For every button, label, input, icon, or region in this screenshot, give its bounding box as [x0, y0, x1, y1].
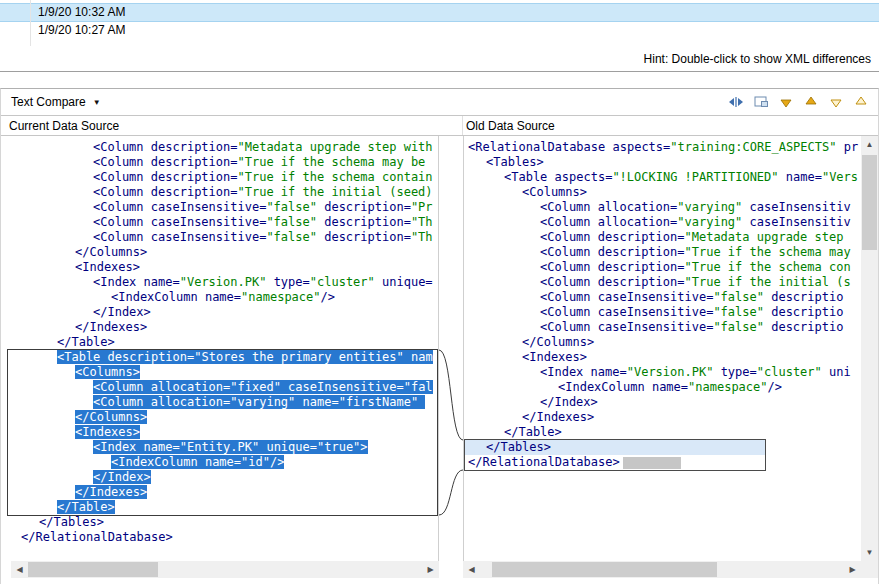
right-horizontal-scrollbar[interactable]: ◀ ▶: [463, 561, 861, 578]
code-line[interactable]: <Column description="True if the schema …: [21, 155, 438, 170]
code-line[interactable]: <Index name="Version.PK" type="cluster" …: [468, 365, 861, 380]
code-line[interactable]: <Column description="True if the schema …: [468, 260, 861, 275]
code-line[interactable]: </Columns>: [21, 410, 438, 425]
code-line[interactable]: <Column allocation="varying" name="first…: [21, 395, 438, 410]
scroll-left-arrow[interactable]: ◀: [11, 561, 28, 578]
code-line[interactable]: <Column allocation="fixed" caseInsensiti…: [21, 380, 438, 395]
previous-difference-icon: [803, 94, 819, 110]
next-difference-button[interactable]: [775, 91, 797, 113]
code-line[interactable]: </Columns>: [468, 335, 861, 350]
code-line[interactable]: <Column description="True if the initial…: [21, 185, 438, 200]
chevron-down-icon: ▼: [93, 98, 101, 107]
previous-change-icon: [853, 94, 869, 110]
left-hscroll-track[interactable]: [28, 561, 422, 578]
copy-changes-button[interactable]: [750, 91, 772, 113]
code-line[interactable]: </Indexes>: [468, 410, 861, 425]
previous-difference-button[interactable]: [800, 91, 822, 113]
code-line[interactable]: </Tables>: [468, 440, 861, 455]
code-line[interactable]: <Column caseInsensitive="false" descript…: [21, 230, 438, 245]
diff-connector-gutter: [439, 136, 463, 561]
vertical-scrollbar[interactable]: ▲ ▼: [861, 136, 878, 561]
code-line[interactable]: <Column allocation="varying" caseInsensi…: [468, 200, 861, 215]
code-line[interactable]: </RelationalDatabase>: [21, 530, 438, 545]
code-line[interactable]: <Table description="Stores the primary e…: [21, 350, 438, 365]
compare-mode-label: Text Compare: [11, 95, 86, 109]
code-line[interactable]: </Index>: [21, 305, 438, 320]
code-line[interactable]: <IndexColumn name="namespace"/>: [468, 380, 861, 395]
code-line[interactable]: <Column caseInsensitive="false" descript…: [21, 200, 438, 215]
code-line[interactable]: </Index>: [468, 395, 861, 410]
code-line[interactable]: <Columns>: [468, 185, 861, 200]
code-line[interactable]: <Column description="True if the schema …: [21, 170, 438, 185]
code-line[interactable]: <Indexes>: [468, 350, 861, 365]
code-line[interactable]: <IndexColumn name="id"/>: [21, 455, 438, 470]
next-change-button[interactable]: [825, 91, 847, 113]
left-code-lines: <Column description="Metadata upgrade st…: [21, 140, 438, 545]
code-line[interactable]: <IndexColumn name="namespace"/>: [21, 290, 438, 305]
swap-panes-button[interactable]: [725, 91, 747, 113]
left-hscroll-thumb[interactable]: [28, 562, 158, 577]
scroll-left-arrow[interactable]: ◀: [463, 561, 480, 578]
code-line[interactable]: </Tables>: [21, 515, 438, 530]
history-list: 1/9/20 10:32 AM 1/9/20 10:27 AM: [0, 0, 879, 46]
scrollbar-corner: [861, 561, 878, 578]
history-row[interactable]: 1/9/20 10:32 AM: [0, 3, 879, 22]
code-line[interactable]: <Indexes>: [21, 425, 438, 440]
next-change-icon: [828, 94, 844, 110]
code-line[interactable]: <Columns>: [21, 365, 438, 380]
code-line[interactable]: <Table aspects="!LOCKING !PARTITIONED" n…: [468, 170, 861, 185]
code-line[interactable]: <Column description="True if the schema …: [468, 245, 861, 260]
compare-toolbar-icons: [725, 91, 872, 113]
code-line[interactable]: </Table>: [21, 335, 438, 350]
right-code-pane[interactable]: <RelationalDatabase aspects="training:CO…: [463, 136, 861, 561]
vertical-scroll-thumb[interactable]: [862, 155, 877, 250]
code-line[interactable]: </Indexes>: [21, 320, 438, 335]
history-timestamp: 1/9/20 10:32 AM: [38, 5, 125, 19]
code-line[interactable]: <Column allocation="varying" caseInsensi…: [468, 215, 861, 230]
scroll-right-arrow[interactable]: ▶: [844, 561, 861, 578]
history-timestamp: 1/9/20 10:27 AM: [38, 23, 125, 37]
code-line[interactable]: </Table>: [21, 500, 438, 515]
code-line[interactable]: </Columns>: [21, 245, 438, 260]
code-line[interactable]: <Column caseInsensitive="false" descript…: [468, 320, 861, 335]
compare-window: 1/9/20 10:32 AM 1/9/20 10:27 AM Hint: Do…: [0, 0, 879, 584]
code-line[interactable]: <Column caseInsensitive="false" descript…: [21, 215, 438, 230]
right-hscroll-thumb[interactable]: [492, 562, 717, 577]
compare-toolbar: Text Compare ▼: [1, 89, 878, 115]
code-line[interactable]: <Index name="Entity.PK" unique="true">: [21, 440, 438, 455]
hint-text: Hint: Double-click to show XML differenc…: [644, 52, 871, 66]
next-difference-icon: [778, 94, 794, 110]
swap-panes-icon: [728, 94, 744, 110]
code-line[interactable]: </Index>: [21, 470, 438, 485]
compare-mode-dropdown[interactable]: Text Compare ▼: [11, 95, 101, 109]
code-line[interactable]: </RelationalDatabase>: [468, 455, 861, 470]
spacer: [1, 578, 878, 584]
spacer: [439, 561, 463, 578]
left-code-pane[interactable]: <Column description="Metadata upgrade st…: [1, 136, 439, 561]
code-line[interactable]: <Tables>: [468, 155, 861, 170]
diff-connector-lines: [439, 136, 463, 561]
code-line[interactable]: <Index name="Version.PK" type="cluster" …: [21, 275, 438, 290]
code-line[interactable]: <Column description="True if the initial…: [468, 275, 861, 290]
scroll-up-arrow[interactable]: ▲: [861, 136, 878, 153]
code-line[interactable]: </Table>: [468, 425, 861, 440]
code-line[interactable]: <Column caseInsensitive="false" descript…: [468, 305, 861, 320]
code-line[interactable]: <Column description="Metadata upgrade st…: [21, 140, 438, 155]
pane-headers: Current Data Source Old Data Source: [1, 115, 878, 136]
scroll-right-arrow[interactable]: ▶: [422, 561, 439, 578]
code-line[interactable]: <Column description="Metadata upgrade st…: [468, 230, 861, 245]
previous-change-button[interactable]: [850, 91, 872, 113]
horizontal-scrollbars: ◀ ▶ ◀ ▶: [1, 561, 878, 578]
diff-placeholder-block: [623, 457, 681, 469]
vertical-scroll-track[interactable]: [861, 153, 878, 544]
code-line[interactable]: <RelationalDatabase aspects="training:CO…: [468, 140, 861, 155]
code-line[interactable]: <Column caseInsensitive="false" descript…: [468, 290, 861, 305]
code-line[interactable]: </Indexes>: [21, 485, 438, 500]
code-line[interactable]: <Indexes>: [21, 260, 438, 275]
right-hscroll-track[interactable]: [480, 561, 844, 578]
scroll-down-arrow[interactable]: ▼: [861, 544, 878, 561]
right-pane-title: Old Data Source: [463, 116, 878, 135]
history-column-divider: [30, 0, 31, 46]
left-horizontal-scrollbar[interactable]: ◀ ▶: [11, 561, 439, 578]
history-row[interactable]: 1/9/20 10:27 AM: [0, 22, 879, 41]
